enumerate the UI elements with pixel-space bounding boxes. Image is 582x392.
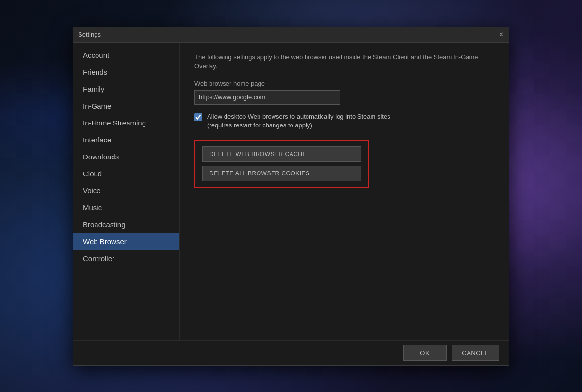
close-button[interactable]: ✕	[499, 31, 504, 38]
titlebar-controls: — ✕	[488, 31, 504, 38]
delete-cache-button[interactable]: DELETE WEB BROWSER CACHE	[202, 146, 361, 162]
sidebar-item-family[interactable]: Family	[73, 80, 179, 97]
homepage-input[interactable]	[194, 90, 340, 105]
sidebar-item-controller[interactable]: Controller	[73, 250, 179, 267]
sidebar-item-interface[interactable]: Interface	[73, 131, 179, 148]
auto-login-checkbox[interactable]	[194, 113, 202, 121]
description-text: The following settings apply to the web …	[194, 52, 494, 71]
ok-button[interactable]: OK	[403, 345, 447, 361]
cancel-button[interactable]: CANCEL	[452, 345, 499, 361]
sidebar-item-account[interactable]: Account	[73, 47, 179, 63]
dialog-body: Account Friends Family In-Game In-Home S…	[73, 43, 509, 340]
minimize-button[interactable]: —	[488, 31, 495, 38]
settings-dialog: Settings — ✕ Account Friends Family In-G…	[73, 27, 509, 366]
sidebar-item-friends[interactable]: Friends	[73, 63, 179, 80]
settings-sidebar: Account Friends Family In-Game In-Home S…	[73, 43, 180, 340]
delete-cookies-button[interactable]: DELETE ALL BROWSER COOKIES	[202, 166, 361, 181]
browser-actions-box: DELETE WEB BROWSER CACHE DELETE ALL BROW…	[194, 140, 369, 188]
sidebar-item-broadcasting[interactable]: Broadcasting	[73, 216, 179, 233]
sidebar-item-downloads[interactable]: Downloads	[73, 148, 179, 165]
checkbox-row: Allow desktop Web browsers to automatica…	[194, 112, 494, 130]
sidebar-item-ingame[interactable]: In-Game	[73, 97, 179, 114]
sidebar-item-voice[interactable]: Voice	[73, 182, 179, 199]
titlebar: Settings — ✕	[73, 27, 509, 43]
sidebar-item-cloud[interactable]: Cloud	[73, 165, 179, 182]
dialog-overlay: Settings — ✕ Account Friends Family In-G…	[0, 0, 582, 392]
sidebar-item-web-browser[interactable]: Web Browser	[73, 233, 179, 250]
checkbox-label: Allow desktop Web browsers to automatica…	[207, 112, 390, 130]
dialog-title: Settings	[78, 31, 101, 38]
main-content: The following settings apply to the web …	[180, 43, 509, 340]
homepage-label: Web browser home page	[194, 80, 494, 87]
sidebar-item-inhome-streaming[interactable]: In-Home Streaming	[73, 114, 179, 131]
dialog-footer: OK CANCEL	[73, 340, 509, 365]
sidebar-item-music[interactable]: Music	[73, 199, 179, 216]
